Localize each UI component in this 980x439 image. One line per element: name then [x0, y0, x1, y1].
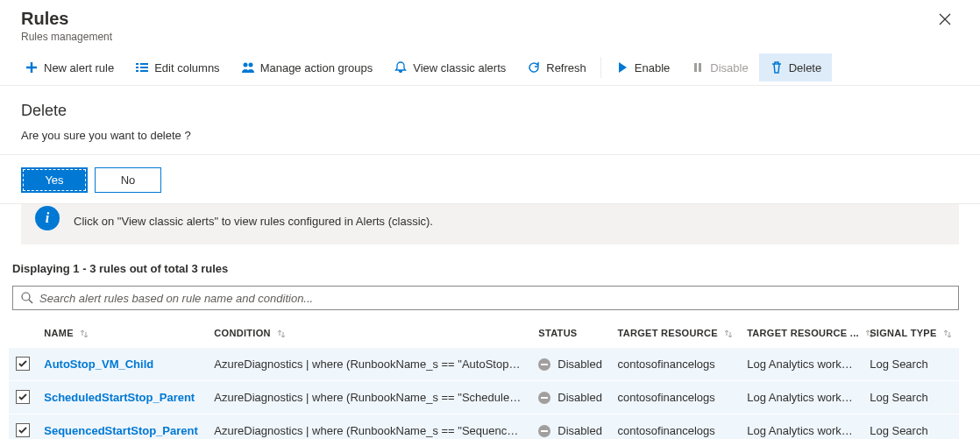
toolbar-label: New alert rule: [44, 61, 114, 74]
dialog-title: Delete: [21, 102, 959, 120]
close-icon: [938, 12, 952, 26]
dialog-text: Are you sure you want to delete ?: [21, 129, 959, 142]
toolbar-separator: [600, 57, 601, 78]
svg-rect-1: [136, 67, 138, 68]
new-alert-rule-button[interactable]: New alert rule: [14, 53, 124, 81]
column-header-target[interactable]: TARGET RESOURCE: [611, 319, 741, 348]
refresh-button[interactable]: Refresh: [516, 53, 597, 81]
toolbar-label: View classic alerts: [413, 61, 506, 74]
toolbar-label: Enable: [635, 61, 670, 74]
toolbar: New alert rule Edit columns Manage actio…: [0, 50, 980, 86]
svg-rect-9: [699, 63, 701, 72]
bell-icon: [394, 60, 408, 74]
target-resource-type: Log Analytics worksp...: [740, 414, 863, 439]
display-count: Displaying 1 - 3 rules out of total 3 ru…: [12, 262, 959, 275]
sort-icon: [277, 329, 286, 338]
delete-dialog: Delete Are you sure you want to delete ?: [0, 86, 980, 155]
info-icon: i: [35, 206, 60, 230]
column-header-status[interactable]: STATUS: [531, 319, 610, 348]
row-checkbox[interactable]: [16, 423, 30, 437]
people-icon: [241, 60, 255, 74]
no-button[interactable]: No: [95, 167, 161, 193]
edit-columns-button[interactable]: Edit columns: [124, 53, 230, 81]
search-input[interactable]: [39, 292, 951, 305]
content-area: Displaying 1 - 3 rules out of total 3 ru…: [0, 244, 980, 439]
search-icon: [20, 291, 34, 305]
rule-condition: AzureDiagnostics | where (RunbookName_s …: [207, 414, 531, 439]
table-row[interactable]: SequencedStartStop_Parent AzureDiagnosti…: [9, 414, 959, 439]
svg-rect-8: [694, 63, 697, 72]
svg-point-10: [22, 293, 30, 301]
dialog-buttons: Yes No: [0, 155, 980, 204]
disable-button: Disable: [680, 53, 758, 81]
view-classic-alerts-button[interactable]: View classic alerts: [383, 53, 516, 81]
delete-button[interactable]: Delete: [759, 53, 833, 81]
target-resource: contosofinancelogs: [611, 414, 741, 439]
rule-name-link[interactable]: ScheduledStartStop_Parent: [44, 391, 195, 404]
trash-icon: [770, 60, 784, 74]
toolbar-label: Edit columns: [154, 61, 219, 74]
status-disabled-icon: [538, 425, 550, 437]
svg-rect-4: [140, 67, 148, 68]
page-subtitle: Rules management: [21, 31, 112, 43]
sort-icon: [724, 329, 733, 338]
toolbar-label: Refresh: [546, 61, 586, 74]
rule-condition: AzureDiagnostics | where (RunbookName_s …: [207, 348, 531, 381]
plus-icon: [25, 60, 39, 74]
rule-name-link[interactable]: SequencedStartStop_Parent: [44, 424, 198, 437]
svg-point-6: [243, 63, 247, 67]
status-disabled-icon: [538, 392, 550, 404]
svg-rect-0: [136, 63, 138, 65]
rule-condition: AzureDiagnostics | where (RunbookName_s …: [207, 381, 531, 414]
table-row[interactable]: AutoStop_VM_Child AzureDiagnostics | whe…: [9, 348, 959, 381]
column-header-condition[interactable]: CONDITION: [207, 319, 531, 348]
search-box[interactable]: [12, 286, 959, 310]
page-header: Rules Rules management: [0, 0, 980, 50]
svg-rect-3: [140, 63, 148, 65]
page-title: Rules: [21, 9, 112, 29]
svg-rect-2: [136, 70, 138, 72]
signal-type: Log Search: [863, 381, 959, 414]
column-header-signal[interactable]: SIGNAL TYPE: [863, 319, 959, 348]
sort-icon: [943, 329, 952, 338]
signal-type: Log Search: [863, 348, 959, 381]
row-checkbox[interactable]: [16, 357, 30, 371]
target-resource-type: Log Analytics worksp...: [740, 348, 863, 381]
toolbar-label: Disable: [710, 61, 748, 74]
enable-button[interactable]: Enable: [605, 53, 680, 81]
rule-name-link[interactable]: AutoStop_VM_Child: [44, 358, 153, 371]
target-resource: contosofinancelogs: [611, 381, 741, 414]
column-header-target-type[interactable]: TARGET RESOURCE ...: [740, 319, 863, 348]
target-resource-type: Log Analytics worksp...: [740, 381, 863, 414]
play-icon: [615, 60, 629, 74]
column-header-name[interactable]: NAME: [37, 319, 207, 348]
status-disabled-icon: [538, 358, 550, 371]
info-banner-text: Click on "View classic alerts" to view r…: [74, 215, 433, 228]
svg-rect-5: [140, 70, 148, 72]
close-button[interactable]: [931, 9, 959, 34]
pause-icon: [691, 60, 705, 74]
manage-action-groups-button[interactable]: Manage action groups: [231, 53, 384, 81]
target-resource: contosofinancelogs: [611, 348, 741, 381]
sort-icon: [80, 329, 89, 338]
status-text: Disabled: [557, 424, 602, 437]
refresh-icon: [527, 60, 541, 74]
rules-table: NAME CONDITION STATUS TARGET RESOURCE TA…: [9, 319, 959, 439]
svg-point-7: [248, 63, 252, 67]
status-text: Disabled: [557, 358, 602, 371]
signal-type: Log Search: [863, 414, 959, 439]
status-text: Disabled: [557, 391, 602, 404]
toolbar-label: Delete: [789, 61, 822, 74]
row-checkbox[interactable]: [16, 390, 30, 404]
toolbar-label: Manage action groups: [260, 61, 373, 74]
columns-icon: [135, 60, 149, 74]
yes-button[interactable]: Yes: [21, 167, 88, 193]
table-row[interactable]: ScheduledStartStop_Parent AzureDiagnosti…: [9, 381, 959, 414]
info-banner: i Click on "View classic alerts" to view…: [21, 204, 959, 244]
